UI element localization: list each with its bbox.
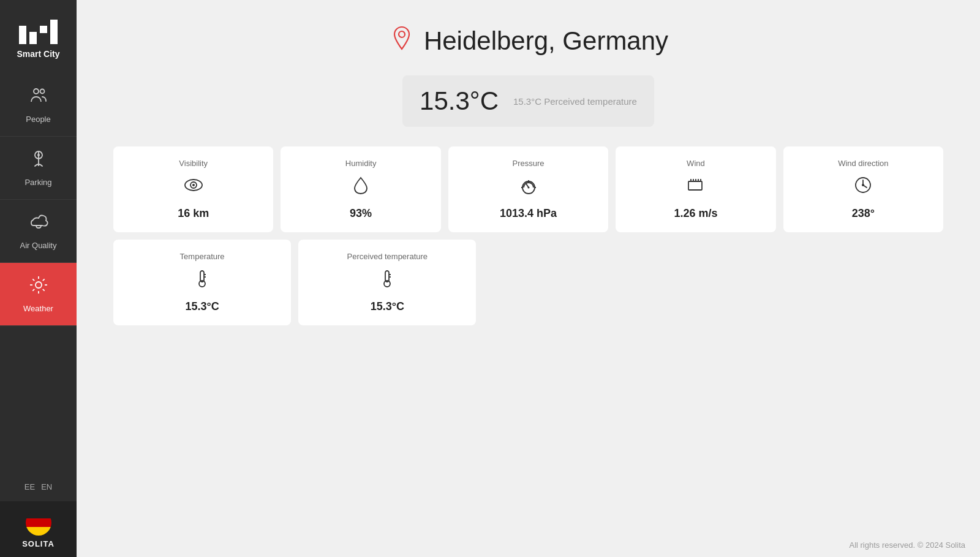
app-title: Smart City (17, 49, 59, 59)
lang-en[interactable]: EN (41, 482, 52, 491)
people-icon (29, 86, 48, 110)
sidebar-item-parking[interactable]: Parking (0, 137, 77, 200)
main-content: Heidelberg, Germany 15.3°C 15.3°C Percei… (77, 0, 980, 557)
temperature-card-value: 15.3°C (185, 300, 219, 313)
cards-row-1: Visibility 16 km Humidity 93% (113, 146, 943, 232)
temperature-main: 15.3°C (420, 86, 499, 116)
svg-line-10 (32, 279, 34, 281)
humidity-icon (350, 174, 372, 201)
perceived-temperature-value: 15.3°C (371, 300, 404, 313)
wind-icon (685, 174, 707, 201)
svg-rect-21 (688, 181, 702, 190)
svg-point-5 (36, 282, 42, 288)
svg-point-1 (40, 89, 44, 94)
pressure-label: Pressure (513, 159, 545, 168)
footer: All rights reserved. © 2024 Solita (834, 533, 980, 557)
lang-ee[interactable]: EE (24, 482, 35, 491)
temperature-display: 15.3°C 15.3°C Perceived temperature (402, 75, 654, 127)
wind-direction-icon (852, 174, 874, 201)
sidebar-item-weather[interactable]: Weather (0, 263, 77, 326)
logo-icon (19, 20, 58, 44)
card-temperature: Temperature 15.3°C (113, 240, 291, 325)
svg-point-30 (862, 184, 864, 186)
thermometer-icon (191, 267, 213, 294)
cards-row-2: Temperature 15.3°C Perceived temperature (113, 240, 943, 325)
weather-icon (29, 275, 48, 299)
flag-red (26, 518, 51, 527)
wind-direction-value: 238° (852, 207, 875, 220)
card-wind-direction: Wind direction 238° (783, 146, 943, 232)
visibility-value: 16 km (178, 207, 209, 220)
svg-point-14 (399, 31, 405, 37)
card-humidity: Humidity 93% (281, 146, 440, 232)
brand-flag (26, 510, 51, 536)
perceived-thermometer-icon (376, 267, 398, 294)
location-icon (388, 25, 415, 57)
svg-line-12 (42, 279, 44, 281)
visibility-label: Visibility (179, 159, 208, 168)
svg-point-20 (527, 187, 529, 189)
humidity-value: 93% (350, 207, 372, 220)
brand-name: SOLITA (22, 539, 55, 548)
humidity-label: Humidity (345, 159, 377, 168)
sidebar-logo: Smart City (0, 0, 77, 74)
sidebar-brand: SOLITA (0, 501, 77, 557)
card-visibility: Visibility 16 km (113, 146, 273, 232)
sidebar-item-air-quality[interactable]: Air Quality (0, 200, 77, 263)
language-selector: EE EN (0, 472, 77, 501)
card-pressure: Pressure 1013.4 hPa (448, 146, 608, 232)
parking-icon (29, 149, 48, 173)
sidebar-item-people[interactable]: People (0, 74, 77, 137)
card-wind: Wind 1.26 m/s (616, 146, 775, 232)
pressure-value: 1013.4 hPa (500, 207, 557, 220)
svg-line-13 (32, 289, 34, 291)
temperature-card-label: Temperature (180, 252, 225, 261)
flag-gold (26, 527, 51, 536)
sidebar-item-weather-label: Weather (23, 304, 53, 313)
weather-cards: Visibility 16 km Humidity 93% (113, 146, 943, 325)
svg-point-4 (37, 154, 40, 156)
copyright-text: All rights reserved. © 2024 Solita (849, 540, 965, 550)
visibility-icon (183, 174, 205, 201)
pressure-icon (518, 174, 540, 201)
wind-value: 1.26 m/s (674, 207, 717, 220)
card-perceived-temperature: Perceived temperature 15.3°C (298, 240, 476, 325)
perceived-temp-label: Perceived temperature (347, 252, 428, 261)
air-quality-icon (29, 212, 48, 236)
location-name: Heidelberg, Germany (424, 26, 668, 56)
perceived-temperature-label: 15.3°C Perceived temperature (513, 96, 637, 107)
svg-line-11 (42, 289, 44, 291)
wind-direction-label: Wind direction (838, 159, 888, 168)
sidebar-item-people-label: People (26, 115, 50, 124)
temperature-row: 15.3°C 15.3°C Perceived temperature (113, 75, 943, 146)
sidebar-item-parking-label: Parking (24, 178, 51, 187)
sidebar: Smart City People (0, 0, 77, 557)
sidebar-item-air-quality-label: Air Quality (20, 241, 57, 250)
svg-point-0 (34, 89, 39, 94)
sidebar-nav: People Parking Air Quality (0, 74, 77, 472)
wind-label: Wind (687, 159, 705, 168)
flag-black (26, 510, 51, 518)
svg-point-17 (192, 184, 195, 186)
location-header: Heidelberg, Germany (113, 25, 943, 57)
